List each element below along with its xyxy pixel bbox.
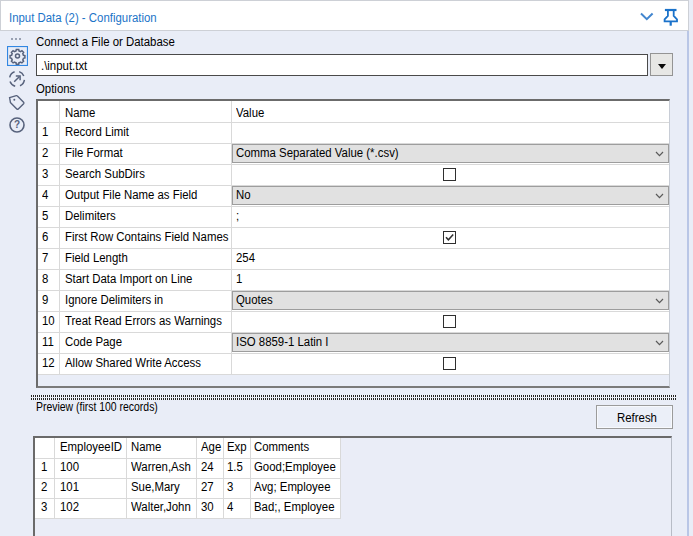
- svg-text:?: ?: [14, 119, 20, 130]
